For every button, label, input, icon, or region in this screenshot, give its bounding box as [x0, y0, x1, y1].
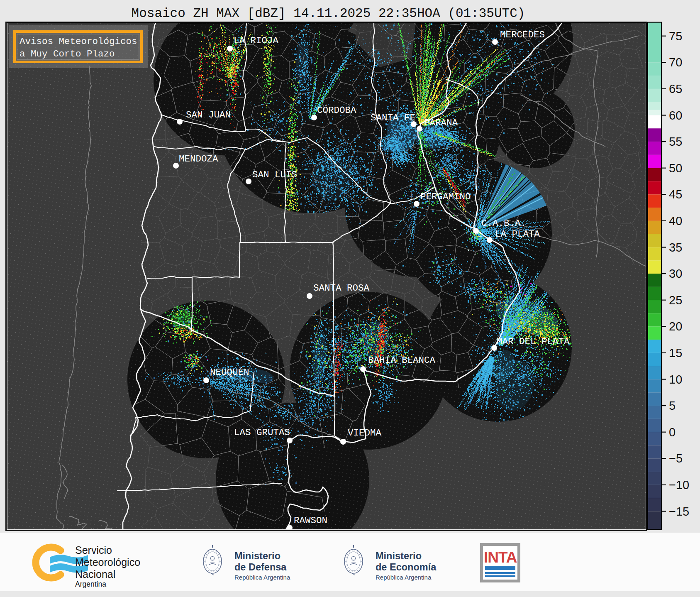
svg-text:MENDOZA: MENDOZA [179, 154, 218, 164]
svg-text:C.A.B.A.: C.A.B.A. [481, 218, 526, 229]
svg-text:Avisos Meteorológicos: Avisos Meteorológicos [20, 36, 137, 47]
svg-text:SAN JUAN: SAN JUAN [186, 110, 231, 120]
svg-text:Meteorológico: Meteorológico [75, 556, 140, 568]
svg-text:Ministerio: Ministerio [234, 551, 280, 561]
svg-text:CÓRDOBA: CÓRDOBA [317, 105, 356, 116]
svg-text:PARANA: PARANA [424, 117, 458, 128]
svg-text:20: 20 [669, 320, 682, 333]
svg-text:de Defensa: de Defensa [234, 562, 287, 573]
svg-text:0: 0 [669, 426, 676, 439]
svg-text:RAWSON: RAWSON [294, 515, 327, 526]
svg-text:75: 75 [669, 29, 682, 43]
svg-text:−10: −10 [669, 478, 689, 492]
svg-text:a Muy Corto Plazo: a Muy Corto Plazo [20, 49, 115, 59]
svg-text:Argentina: Argentina [75, 580, 106, 588]
svg-text:45: 45 [669, 188, 682, 201]
svg-text:LAS GRUTAS: LAS GRUTAS [234, 427, 290, 438]
svg-text:BAHÍA BLANCA: BAHÍA BLANCA [368, 355, 436, 366]
svg-text:65: 65 [669, 82, 682, 95]
svg-text:15: 15 [669, 346, 682, 360]
svg-text:SAN LUIS: SAN LUIS [252, 169, 297, 180]
svg-text:República Argentina: República Argentina [234, 574, 290, 581]
svg-text:60: 60 [669, 109, 682, 122]
svg-text:35: 35 [669, 241, 682, 254]
svg-text:MAR DEL PLATA: MAR DEL PLATA [497, 336, 570, 347]
svg-text:−5: −5 [669, 452, 683, 465]
svg-text:LA RIOJA: LA RIOJA [234, 35, 279, 46]
svg-text:LA PLATA: LA PLATA [495, 229, 540, 240]
svg-text:Servicio: Servicio [75, 544, 112, 556]
svg-text:50: 50 [669, 161, 682, 175]
svg-text:Mosaico ZH MAX [dBZ] 14.11.202: Mosaico ZH MAX [dBZ] 14.11.2025 22:35HOA… [132, 6, 525, 21]
svg-text:NEUQUÉN: NEUQUÉN [210, 367, 249, 378]
svg-text:70: 70 [669, 56, 682, 69]
svg-text:Nacional: Nacional [75, 568, 115, 580]
svg-text:10: 10 [669, 373, 682, 386]
svg-text:INTA: INTA [484, 549, 517, 566]
svg-text:55: 55 [669, 135, 682, 148]
svg-text:SANTA ROSA: SANTA ROSA [313, 283, 370, 294]
svg-text:30: 30 [669, 267, 682, 280]
svg-text:−15: −15 [669, 505, 689, 518]
svg-text:5: 5 [669, 399, 676, 412]
svg-text:40: 40 [669, 214, 682, 228]
svg-text:MERCEDES: MERCEDES [500, 29, 545, 40]
svg-text:PERGAMINO: PERGAMINO [420, 191, 471, 202]
svg-text:25: 25 [669, 294, 682, 307]
svg-text:VIEDMA: VIEDMA [348, 428, 382, 438]
svg-text:Ministerio: Ministerio [376, 551, 422, 561]
svg-text:de Economía: de Economía [376, 562, 437, 573]
svg-text:República Argentina: República Argentina [376, 574, 432, 581]
svg-text:SANTA FE: SANTA FE [371, 113, 415, 123]
